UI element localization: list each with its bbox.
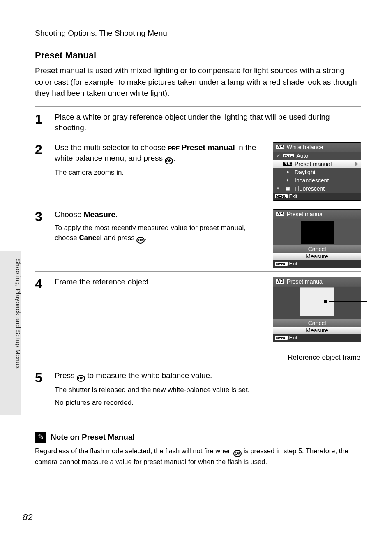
menu-item-incandescent: ✦ Incandescent [273,176,361,185]
side-tab-label: Shooting, Playback and Setup Menus [15,259,22,369]
text-bold: Preset manual [182,143,235,152]
menu-item-measure: Measure [273,327,361,334]
step-subtext: The shutter is released and the new whit… [55,385,361,395]
pre-icon: PRE [283,162,292,166]
menu-icon: MENU [275,194,288,198]
screen-title: Preset manual [287,211,324,217]
menu-item-preset-manual: PRE Preset manual [273,160,361,168]
step-text: Use the multi selector to choose PRE Pre… [55,142,265,178]
text-fragment: Use the multi selector to choose [55,143,168,152]
wb-icon: WB [276,212,284,216]
ok-icon: OK [233,450,242,457]
auto-icon: AUTO [283,154,294,157]
menu-item-fluorescent: ▾ ▦ Fluorescent [273,185,361,193]
step-5: 5 Press OK to measure the white balance … [35,365,361,411]
camera-screen-wb-menu: WB White balance ✓ AUTO Auto PRE Preset … [273,142,361,201]
step-4: 4 Frame the reference object. WB Preset … [35,271,361,365]
menu-label: Daylight [295,169,316,175]
menu-item-cancel: Cancel [273,319,361,327]
step-number: 5 [35,370,47,384]
text-bold: Cancel [79,234,102,242]
screen-footer: MENU Exit [273,260,361,268]
menu-label: Preset manual [295,161,332,167]
pre-icon: PRE [168,144,180,152]
step-text: Choose Measure. To apply the most recent… [55,209,265,244]
wb-icon: WB [276,279,284,284]
step-text: Place a white or gray reference object u… [55,112,361,134]
screen-title-bar: WB Preset manual [273,210,361,219]
menu-item-cancel: Cancel [273,245,361,253]
step-number: 1 [35,112,47,126]
text-fragment: Regardless of the flash mode selected, t… [35,447,233,455]
camera-screen-preset-manual: WB Preset manual Cancel Measure MENU Exi… [273,209,361,268]
ok-icon: OK [77,375,85,382]
menu-item-auto: ✓ AUTO Auto [273,152,361,160]
step-2: 2 Use the multi selector to choose PRE P… [35,137,361,204]
step-1: 1 Place a white or gray reference object… [35,106,361,137]
screen-footer: MENU Exit [273,334,361,342]
step-text: Press OK to measure the white balance va… [55,370,361,408]
step-subtext: The camera zooms in. [55,168,265,178]
ok-icon: OK [136,237,145,244]
callout-line [329,301,367,302]
screen-title-bar: WB White balance [273,143,361,152]
chevron-down-icon: ▾ [276,186,281,191]
note-title: Note on Preset Manual [51,433,135,442]
reference-object-frame [300,287,334,316]
page-number: 82 [23,512,32,523]
menu-label: Auto [297,152,309,159]
ok-icon: OK [165,157,173,164]
chapter-heading: Shooting Options: The Shooting Menu [35,29,361,38]
text-fragment: . [145,234,147,242]
screen-title: Preset manual [287,278,324,285]
menu-icon: MENU [275,336,288,340]
section-title: Preset Manual [35,50,361,61]
preview-frame [301,221,334,244]
text-fragment: . [115,210,118,219]
menu-item-measure: Measure [273,253,361,260]
fluorescent-icon: ▦ [283,186,292,191]
screen-footer: MENU Exit [273,193,361,200]
step-number: 4 [35,277,47,291]
camera-screen-reference-frame: WB Preset manual Cancel Measure MENU Exi… [273,277,361,342]
intro-paragraph: Preset manual is used with mixed lightin… [35,65,361,99]
reference-frame-caption: Reference object frame [273,353,361,362]
exit-label: Exit [289,335,297,341]
step-3: 3 Choose Measure. To apply the most rece… [35,204,361,271]
menu-item-daylight: ☀ Daylight [273,168,361,176]
text-fragment: . [173,154,175,162]
step-number: 3 [35,209,47,223]
sun-icon: ☀ [283,170,292,174]
exit-label: Exit [289,261,297,267]
note-body: Regardless of the flash mode selected, t… [35,446,361,466]
note-heading: ✎ Note on Preset Manual [35,432,361,443]
checkmark-icon: ✓ [276,153,281,158]
note-icon: ✎ [35,432,46,443]
step-number: 2 [35,142,47,156]
screen-title-bar: WB Preset manual [273,277,361,286]
callout-line [367,301,367,355]
text-fragment: Press [55,371,77,380]
manual-page: Shooting, Playback and Setup Menus 82 Sh… [0,0,392,540]
text-fragment: and press [102,234,136,242]
screen-title: White balance [287,144,323,150]
text-bold: Measure [84,210,115,219]
menu-label: Incandescent [295,177,329,184]
step-subtext: No pictures are recorded. [55,398,361,408]
exit-label: Exit [289,194,297,199]
step-subtext: To apply the most recently measured valu… [55,223,265,244]
callout-dot [324,300,327,303]
menu-icon: MENU [275,262,288,266]
text-fragment: Choose [55,210,84,219]
chevron-right-icon [355,162,358,166]
step-text: Frame the reference object. [55,277,265,288]
wb-icon: WB [276,145,284,149]
text-fragment: to measure the white balance value. [85,371,212,380]
bulb-icon: ✦ [283,178,292,182]
menu-label: Fluorescent [295,185,325,192]
